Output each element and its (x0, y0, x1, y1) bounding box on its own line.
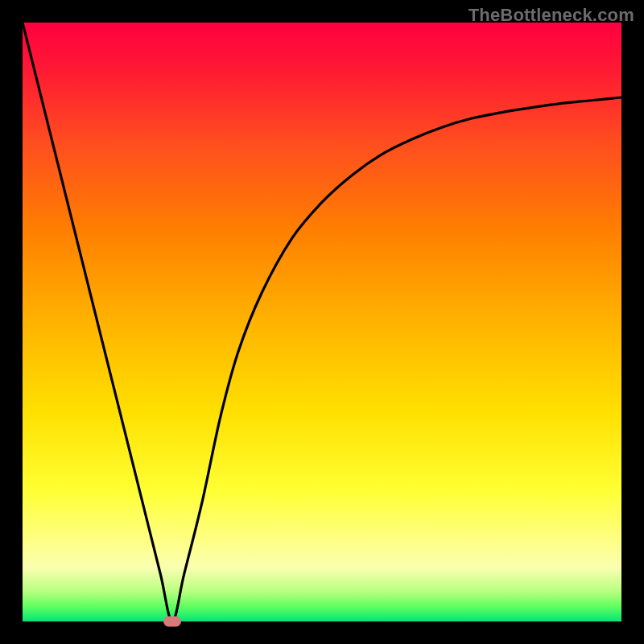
curve-path (23, 23, 621, 621)
plot-area (23, 23, 621, 621)
min-marker (163, 617, 181, 627)
curve-svg (23, 23, 621, 621)
watermark-text: TheBottleneck.com (469, 5, 634, 26)
chart-frame: TheBottleneck.com (0, 0, 644, 644)
